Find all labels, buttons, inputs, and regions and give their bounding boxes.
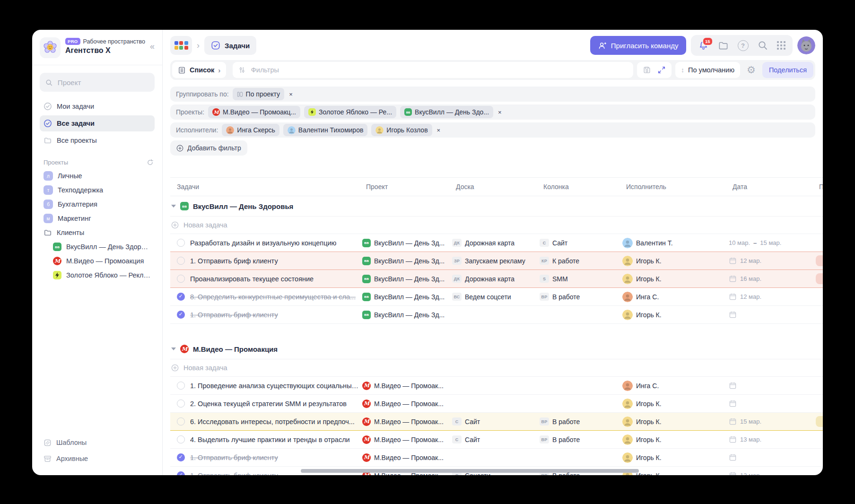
assignee-chip-igor[interactable]: Игорь Козлов [371, 124, 432, 136]
header-icons-group: 15 ? [691, 35, 793, 56]
table-row[interactable]: 1. Проведение анализа существующих социа… [170, 377, 823, 395]
group-header-mvideo[interactable]: М М.Видео — Промоакция [170, 339, 823, 359]
apps-grid-button[interactable] [170, 36, 192, 55]
notifications-button[interactable]: 15 [698, 40, 709, 51]
clear-projects-filter-icon[interactable]: × [497, 109, 503, 116]
table-row-overdue[interactable]: 1. Отправить бриф клиенту вв ВкусВилл — … [170, 252, 823, 270]
task-title: Проанализировать текущее состояние [190, 275, 314, 283]
board-cell: Ведем соцсети [465, 293, 511, 301]
share-button[interactable]: Поделиться [762, 62, 813, 78]
sidebar-project-vkusvill[interactable]: вв ВкусВилл — День Здоров... [40, 240, 155, 254]
settings-gear-icon[interactable]: ⚙ [744, 64, 759, 76]
clear-group-by-icon[interactable]: × [288, 91, 294, 98]
project-badge: м [44, 214, 53, 223]
check-circle-icon [44, 102, 52, 111]
group-by-chip[interactable]: По проекту [233, 88, 285, 100]
column-header-tasks[interactable]: Задачи [170, 183, 359, 191]
table-row[interactable]: 4. Выделить лучшие практики и тренды в о… [170, 431, 823, 449]
sidebar-item-archive[interactable]: Архивные [40, 451, 155, 467]
task-checkbox-checked[interactable] [177, 453, 185, 461]
sidebar-item-label: Шаблоны [56, 439, 87, 446]
column-header-priority[interactable]: П [812, 183, 823, 191]
project-search-input[interactable] [57, 78, 149, 87]
apps-menu-button[interactable] [777, 41, 786, 50]
sidebar-project-personal[interactable]: л Личные [40, 169, 155, 183]
calendar-icon [729, 471, 737, 475]
assignee-chip-valentin[interactable]: Валентин Тихомиров [283, 124, 368, 136]
table-row-overdue[interactable]: Проанализировать текущее состояние вв Вк… [170, 270, 823, 288]
table-row[interactable]: 2. Оценка текущей стратегии SMM и резуль… [170, 395, 823, 413]
column-header-assignee[interactable]: Исполнитель [619, 183, 726, 191]
sidebar-item-all-projects[interactable]: Все проекты [40, 132, 155, 148]
clear-assignees-filter-icon[interactable]: × [436, 127, 442, 134]
sidebar-item-templates[interactable]: Шаблоны [40, 434, 155, 451]
sidebar-project-accounting[interactable]: б Бухгалтерия [40, 197, 155, 211]
task-checkbox[interactable] [177, 435, 185, 443]
view-switcher[interactable]: Список › [172, 62, 226, 78]
board-code-badge: С [452, 435, 462, 443]
sidebar-project-marketing[interactable]: м Маркетинг [40, 211, 155, 226]
new-task-row[interactable]: Новая задача [170, 359, 823, 377]
group-header-vkusvill[interactable]: вв ВкусВилл — День Здоровья [170, 196, 823, 217]
table-row[interactable]: Разработать дизайн и визуальную концепци… [170, 234, 823, 252]
task-checkbox[interactable] [177, 275, 185, 283]
date-cell: 16 мар. [740, 275, 761, 282]
save-icon[interactable] [643, 66, 651, 74]
sidebar-project-mvideo[interactable]: М М.Видео — Промоакция [40, 254, 155, 268]
project-chip-mvideo[interactable]: М М.Видео — Промоакц... [208, 106, 300, 118]
column-header-column[interactable]: Колонка [537, 183, 619, 191]
assignee-avatar [622, 434, 633, 445]
table-row-done[interactable]: 1. Отправить бриф клиенту вв ВкусВилл — … [170, 306, 823, 324]
horizontal-scrollbar[interactable] [301, 469, 639, 473]
sidebar-item-my-tasks[interactable]: Мои задачи [40, 98, 155, 114]
sidebar-folder-clients[interactable]: Клиенты [40, 226, 155, 240]
sidebar-project-zolotoe-yabloko[interactable]: Золотое Яблоко — Рекла... [40, 268, 155, 282]
project-chip-zolotoe[interactable]: Золотое Яблоко — Ре... [304, 106, 396, 118]
invite-team-button[interactable]: Пригласить команду [590, 36, 686, 55]
table-row-done[interactable]: 1. Отправить бриф клиенту М М.Видео — Пр… [170, 449, 823, 467]
filters-field[interactable] [233, 62, 633, 78]
column-header-board[interactable]: Доска [449, 183, 537, 191]
add-filter-button[interactable]: Добавить фильтр [170, 140, 247, 156]
collapse-caret-icon[interactable] [171, 205, 176, 208]
collapse-caret-icon[interactable] [171, 348, 176, 350]
tab-tasks[interactable]: Задачи [204, 36, 256, 55]
task-checkbox-checked[interactable] [177, 311, 185, 319]
task-title: 1. Проведение анализа существующих социа… [190, 382, 359, 390]
sidebar-project-support[interactable]: т Техподдержка [40, 183, 155, 197]
calendar-icon [729, 257, 737, 265]
project-search[interactable] [40, 73, 155, 92]
project-chip-vkusvill[interactable]: вв ВкусВилл — День Здо... [400, 106, 493, 118]
assignee-chip-inga[interactable]: Инга Скерсь [222, 124, 279, 136]
mvideo-logo: М [362, 382, 371, 390]
collapse-sidebar-icon[interactable]: « [150, 42, 155, 51]
new-task-row[interactable]: Новая задача [170, 217, 823, 234]
task-checkbox[interactable] [177, 382, 185, 390]
sync-icon[interactable] [147, 159, 154, 166]
board-cell: Сайт [465, 436, 480, 443]
expand-icon[interactable] [657, 66, 666, 74]
sidebar-item-all-tasks[interactable]: Все задачи [40, 115, 155, 131]
task-checkbox-checked[interactable] [177, 471, 185, 475]
column-header-project[interactable]: Проект [359, 183, 449, 191]
task-checkbox[interactable] [177, 239, 185, 247]
help-button[interactable]: ? [738, 40, 749, 51]
sort-dropdown[interactable]: ↕ По умолчанию [675, 62, 740, 78]
user-avatar[interactable] [797, 36, 815, 54]
column-header-date[interactable]: Дата [726, 183, 812, 191]
task-checkbox[interactable] [177, 257, 185, 265]
filters-input[interactable] [250, 66, 628, 74]
global-search-button[interactable] [758, 40, 768, 51]
task-checkbox[interactable] [177, 400, 185, 408]
project-chip-label: Золотое Яблоко — Ре... [319, 108, 392, 116]
workspace-logo[interactable] [40, 37, 61, 58]
table-row-done[interactable]: 8. Определить конкурентные преимущества … [170, 288, 823, 306]
task-checkbox-checked[interactable] [177, 293, 185, 301]
task-title: 1. Отправить бриф клиенту [190, 454, 278, 461]
date-cell: 15 мар. [740, 418, 761, 425]
workspace-header[interactable]: PRO Рабочее пространство Агентство X « [40, 37, 155, 58]
task-checkbox[interactable] [177, 417, 185, 426]
table-row-due[interactable]: 6. Исследовать интересы, потребности и п… [170, 413, 823, 431]
projects-list: л Личные т Техподдержка б Бухгалтерия м … [40, 169, 155, 282]
files-button[interactable] [718, 40, 729, 51]
